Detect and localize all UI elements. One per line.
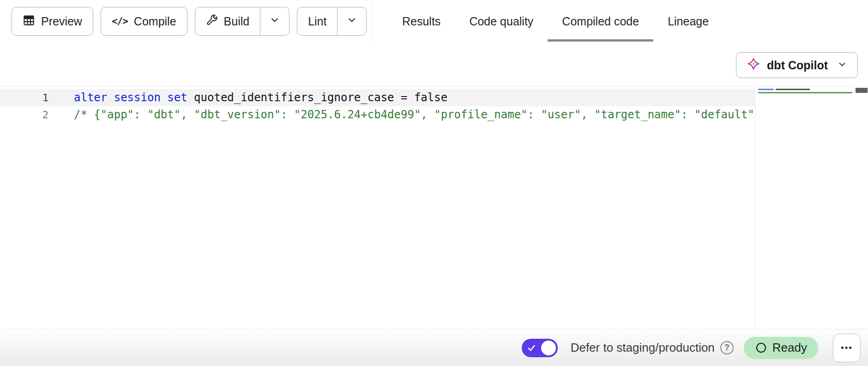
footer-bar: Defer to staging/production ? Ready ••• bbox=[0, 329, 868, 366]
build-split-button: Build bbox=[195, 7, 290, 36]
vertical-scrollbar[interactable] bbox=[855, 86, 868, 329]
tab-results-label: Results bbox=[402, 15, 440, 28]
copilot-sparkle-icon bbox=[747, 57, 760, 73]
lint-split-button: Lint bbox=[297, 7, 367, 36]
status-badge: Ready bbox=[744, 337, 818, 359]
toolbar-divider bbox=[372, 0, 372, 43]
sql-keyword-token: alter session set bbox=[74, 91, 187, 104]
help-icon[interactable]: ? bbox=[720, 341, 734, 354]
tab-compiled-code[interactable]: Compiled code bbox=[548, 0, 653, 43]
minimap-code-preview-line1 bbox=[758, 89, 810, 90]
line-number[interactable]: 1 bbox=[0, 89, 48, 106]
compile-button-body[interactable]: </> Compile bbox=[101, 7, 187, 35]
copilot-row: dbt Copilot bbox=[736, 52, 858, 78]
chevron-down-icon bbox=[837, 59, 847, 72]
code-line-1[interactable]: 1 alter session set quoted_identifiers_i… bbox=[0, 89, 755, 106]
tab-code-quality-label: Code quality bbox=[469, 15, 533, 28]
sql-plain-token: quoted_identifiers_ignore_case = false bbox=[187, 91, 448, 104]
dbt-copilot-label: dbt Copilot bbox=[767, 59, 828, 72]
code-line-text[interactable]: /* {"app": "dbt", "dbt_version": "2025.6… bbox=[48, 106, 754, 123]
toolbar: Preview </> Compile Build bbox=[0, 0, 868, 43]
build-button[interactable]: Build bbox=[195, 7, 260, 35]
lint-button[interactable]: Lint bbox=[297, 7, 337, 35]
compiled-code-editor[interactable]: 1 alter session set quoted_identifiers_i… bbox=[0, 86, 868, 329]
tab-code-quality[interactable]: Code quality bbox=[455, 0, 548, 43]
tab-compiled-code-label: Compiled code bbox=[562, 15, 639, 28]
circle-status-icon bbox=[755, 342, 767, 354]
preview-button[interactable]: Preview bbox=[12, 7, 93, 36]
line-number[interactable]: 2 bbox=[0, 106, 48, 123]
toggle-knob bbox=[541, 341, 556, 355]
tab-lineage[interactable]: Lineage bbox=[653, 0, 723, 43]
defer-toggle[interactable] bbox=[522, 339, 558, 357]
tab-lineage-label: Lineage bbox=[668, 15, 709, 28]
code-line-text[interactable]: alter session set quoted_identifiers_ign… bbox=[48, 89, 447, 106]
chevron-down-icon bbox=[346, 14, 357, 28]
compile-button[interactable]: </> Compile bbox=[101, 7, 187, 36]
preview-button-body[interactable]: Preview bbox=[12, 7, 93, 35]
sql-comment-token: /* {"app": "dbt", "dbt_version": "2025.6… bbox=[74, 108, 754, 121]
build-dropdown-button[interactable] bbox=[260, 7, 289, 35]
code-icon: </> bbox=[112, 16, 128, 27]
dbt-copilot-button[interactable]: dbt Copilot bbox=[736, 52, 858, 78]
scrollbar-thumb[interactable] bbox=[856, 88, 868, 93]
ellipsis-icon: ••• bbox=[841, 343, 853, 353]
status-badge-label: Ready bbox=[772, 341, 807, 355]
minimap-code-preview-line2 bbox=[758, 92, 852, 93]
toolbar-button-group: Preview </> Compile Build bbox=[0, 7, 367, 36]
more-options-button[interactable]: ••• bbox=[833, 334, 861, 362]
code-area[interactable]: 1 alter session set quoted_identifiers_i… bbox=[0, 89, 755, 123]
minimap[interactable] bbox=[755, 86, 855, 329]
checkmark-icon bbox=[526, 343, 536, 355]
dbt-ide-compiled-code-panel: Preview </> Compile Build bbox=[0, 0, 868, 366]
lint-button-label: Lint bbox=[308, 15, 326, 28]
wrench-icon bbox=[206, 14, 218, 29]
code-line-2[interactable]: 2 /* {"app": "dbt", "dbt_version": "2025… bbox=[0, 106, 755, 123]
chevron-down-icon bbox=[269, 14, 280, 28]
build-button-label: Build bbox=[224, 15, 250, 28]
lint-dropdown-button[interactable] bbox=[337, 7, 366, 35]
preview-button-label: Preview bbox=[41, 15, 82, 28]
defer-label: Defer to staging/production bbox=[571, 341, 715, 355]
table-icon bbox=[23, 14, 35, 29]
compile-button-label: Compile bbox=[134, 15, 176, 28]
panel-tabs: Results Code quality Compiled code Linea… bbox=[388, 0, 723, 43]
tab-results[interactable]: Results bbox=[388, 0, 455, 43]
